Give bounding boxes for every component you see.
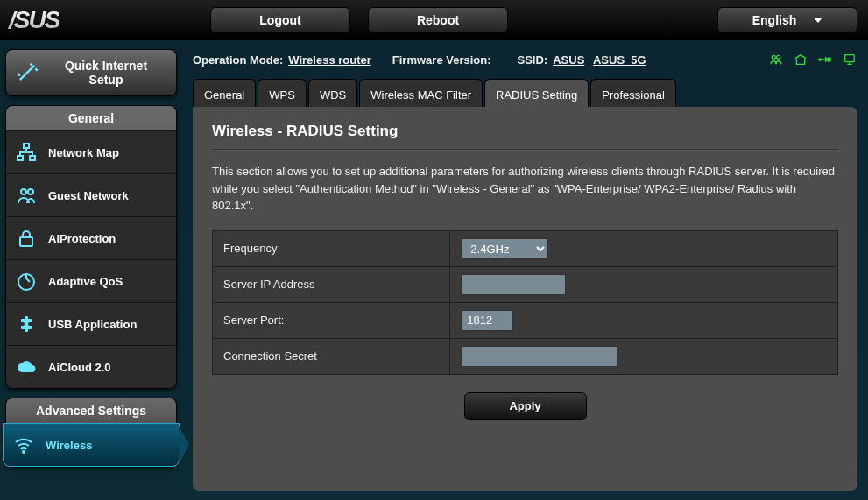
tab-bar: General WPS WDS Wireless MAC Filter RADI… — [193, 79, 678, 110]
table-row: Server Port: — [213, 302, 838, 338]
server-ip-label: Server IP Address — [213, 266, 450, 302]
panel-description: This section allows you to set up additi… — [212, 163, 838, 215]
tab-wps[interactable]: WPS — [258, 79, 307, 110]
server-port-input[interactable] — [461, 310, 513, 331]
svg-rect-4 — [845, 55, 855, 62]
svg-rect-10 — [20, 237, 32, 246]
top-bar: /SUS Logout Reboot English — [0, 0, 868, 40]
quick-label: Quick Internet Setup — [48, 59, 164, 87]
logout-button[interactable]: Logout — [210, 7, 350, 33]
usb-icon[interactable] — [817, 53, 833, 67]
svg-point-0 — [772, 55, 775, 59]
op-mode-value[interactable]: Wireless router — [288, 53, 371, 67]
svg-point-1 — [777, 55, 780, 59]
general-header: General — [6, 106, 176, 130]
sidebar-item-label: AiCloud 2.0 — [48, 361, 111, 374]
frequency-select[interactable]: 2.4GHz — [461, 238, 548, 259]
secret-label: Connection Secret — [213, 338, 450, 374]
general-section: General Network Map Guest Network AiProt… — [5, 105, 177, 389]
svg-rect-3 — [828, 58, 830, 61]
sidebar: Quick Internet Setup General Network Map… — [5, 49, 177, 476]
status-bar: Operation Mode: Wireless router Firmware… — [193, 49, 857, 70]
server-port-label: Server Port: — [213, 302, 450, 338]
table-row: Frequency 2.4GHz — [213, 230, 838, 266]
advanced-section: Advanced Settings Wireless — [5, 398, 177, 468]
ssid-5[interactable]: ASUS_5G — [593, 53, 646, 67]
tab-radius-setting[interactable]: RADIUS Setting — [484, 79, 589, 110]
sidebar-item-label: Guest Network — [48, 189, 129, 202]
settings-table: Frequency 2.4GHz Server IP Address Serve… — [212, 230, 838, 375]
svg-rect-5 — [24, 144, 29, 148]
status-icons — [768, 53, 857, 67]
op-mode-label: Operation Mode: — [193, 53, 283, 67]
wand-icon — [15, 60, 39, 85]
wan-icon[interactable] — [793, 53, 808, 67]
svg-point-9 — [28, 189, 33, 194]
sidebar-item-label: Adaptive QoS — [48, 275, 123, 288]
lock-icon — [15, 228, 38, 249]
fw-label: Firmware Version: — [392, 53, 491, 67]
table-row: Server IP Address — [213, 266, 838, 302]
ssid-24[interactable]: ASUS — [553, 53, 584, 67]
sidebar-item-label: Network Map — [48, 146, 119, 159]
tab-wireless-mac-filter[interactable]: Wireless MAC Filter — [359, 79, 483, 110]
sidebar-item-wireless[interactable]: Wireless — [3, 423, 180, 467]
apply-button[interactable]: Apply — [464, 392, 587, 420]
sidebar-item-guest-network[interactable]: Guest Network — [6, 173, 176, 216]
sidebar-item-label: USB Application — [48, 318, 137, 331]
reboot-button[interactable]: Reboot — [368, 7, 508, 33]
wireless-icon — [12, 434, 35, 455]
sidebar-item-label: Wireless — [46, 439, 92, 452]
cloud-icon — [15, 356, 38, 377]
tab-wds[interactable]: WDS — [308, 79, 357, 110]
svg-rect-7 — [30, 156, 35, 160]
language-select[interactable]: English — [717, 7, 857, 33]
svg-point-2 — [819, 59, 821, 60]
quick-internet-setup[interactable]: Quick Internet Setup — [5, 49, 177, 96]
content-panel: Wireless - RADIUS Setting This section a… — [193, 107, 857, 491]
sidebar-item-aicloud[interactable]: AiCloud 2.0 — [6, 345, 176, 388]
advanced-header: Advanced Settings — [6, 398, 176, 423]
secret-input[interactable] — [461, 346, 618, 367]
sidebar-item-aiprotection[interactable]: AiProtection — [6, 216, 176, 259]
ssid-label: SSID: — [518, 53, 548, 67]
clients-icon[interactable] — [768, 53, 784, 67]
tab-professional[interactable]: Professional — [590, 79, 676, 110]
puzzle-icon — [15, 313, 38, 335]
guest-icon[interactable] — [842, 53, 857, 67]
guest-network-icon — [15, 185, 38, 206]
tab-general[interactable]: General — [193, 79, 256, 110]
table-row: Connection Secret — [213, 338, 838, 374]
brand-logo: /SUS — [7, 6, 59, 34]
network-map-icon — [15, 142, 38, 163]
sidebar-item-usb-application[interactable]: USB Application — [6, 302, 176, 345]
frequency-label: Frequency — [213, 230, 450, 266]
svg-rect-6 — [18, 156, 23, 160]
svg-point-12 — [23, 451, 25, 453]
sidebar-item-label: AiProtection — [48, 232, 116, 245]
panel-title: Wireless - RADIUS Setting — [212, 123, 838, 140]
language-label: English — [752, 13, 797, 27]
sidebar-item-network-map[interactable]: Network Map — [6, 130, 176, 173]
divider — [212, 149, 838, 151]
qos-icon — [15, 271, 38, 292]
server-ip-input[interactable] — [461, 274, 566, 295]
svg-point-8 — [21, 189, 26, 194]
sidebar-item-adaptive-qos[interactable]: Adaptive QoS — [6, 259, 176, 302]
